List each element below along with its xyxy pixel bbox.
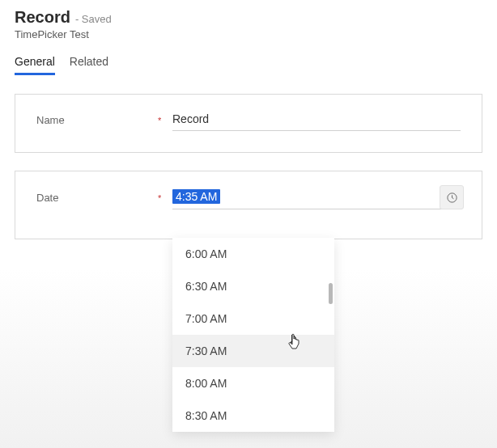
section-name: Name * Record: [15, 94, 482, 153]
time-option[interactable]: 8:30 AM: [172, 399, 334, 432]
time-option[interactable]: 7:30 AM: [172, 335, 334, 367]
time-option[interactable]: 7:00 AM: [172, 302, 334, 335]
section-date: Date * 4:35 AM: [15, 171, 482, 239]
clock-icon: [446, 192, 458, 204]
time-input[interactable]: 4:35 AM: [172, 186, 461, 209]
tab-related[interactable]: Related: [70, 55, 108, 75]
name-input-value: Record: [172, 112, 209, 125]
time-input-value: 4:35 AM: [172, 189, 220, 204]
time-picker-button[interactable]: [440, 185, 464, 209]
time-option[interactable]: 6:30 AM: [172, 270, 334, 302]
name-field-label: Name: [36, 114, 158, 126]
save-status: - Saved: [75, 13, 112, 25]
name-input[interactable]: Record: [172, 109, 461, 131]
time-option[interactable]: 6:00 AM: [172, 238, 334, 270]
required-indicator: *: [158, 116, 164, 125]
date-field-label: Date: [36, 192, 158, 204]
dropdown-scrollbar[interactable]: [329, 283, 333, 304]
tab-general[interactable]: General: [15, 55, 55, 75]
time-option[interactable]: 8:00 AM: [172, 367, 334, 399]
tab-bar: General Related: [15, 55, 482, 76]
page-title: Record: [15, 8, 70, 27]
entity-name: TimePicker Test: [15, 28, 482, 40]
required-indicator: *: [158, 193, 164, 203]
time-dropdown[interactable]: 6:00 AM 6:30 AM 7:00 AM 7:30 AM 8:00 AM …: [172, 238, 334, 432]
